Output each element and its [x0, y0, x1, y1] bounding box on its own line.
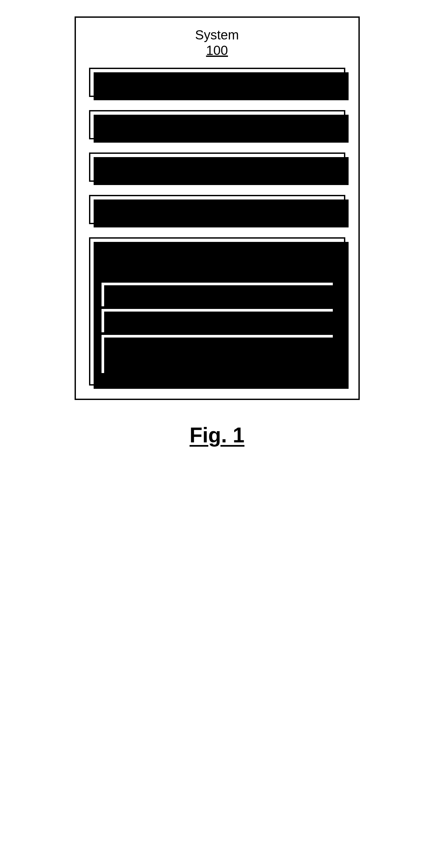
facility-label: Monitoring Facility — [151, 202, 257, 217]
storage-label: Data Storage Facility — [156, 245, 278, 259]
facility-ref: 108 — [261, 202, 283, 217]
system-title: System 100 — [89, 28, 345, 58]
facility-forwarding: Forwarding Facility 106 — [89, 153, 345, 182]
storage-ref: 110 — [100, 260, 334, 275]
facility-ref: 104 — [276, 117, 298, 132]
facility-ui: User Interface Facility 102 — [89, 68, 345, 97]
facility-ref: 102 — [271, 75, 293, 89]
storage-item-label: Path Data — [177, 314, 232, 327]
storage-item-label: Forwarding Data — [159, 287, 251, 301]
figure-caption: Fig. 1 — [190, 423, 244, 447]
facility-ref: 106 — [263, 160, 285, 174]
facility-label: Forwarding Facility — [149, 160, 259, 174]
storage-item-ref: 116 — [247, 354, 268, 368]
storage-item-path-selection-heuristic: Path SelectionHeuristic Data 116 — [100, 334, 334, 374]
storage-title: Data Storage Facility 110 — [100, 245, 334, 275]
storage-item-label: Path SelectionHeuristic Data — [165, 340, 257, 368]
storage-item-ref: 112 — [255, 287, 275, 301]
facility-label: User Interface Facility — [141, 75, 268, 89]
system-ref: 100 — [89, 43, 345, 58]
facility-label: Communication Facility — [136, 117, 272, 132]
data-storage-block: Data Storage Facility 110 Forwarding Dat… — [89, 237, 345, 385]
system-block: System 100 User Interface Facility 102 C… — [74, 17, 360, 400]
facility-monitoring: Monitoring Facility 108 — [89, 195, 345, 224]
system-label: System — [195, 28, 239, 42]
storage-item-path-data: Path Data 114 — [100, 308, 334, 334]
facility-communication: Communication Facility 104 — [89, 110, 345, 140]
storage-item-ref: 114 — [236, 314, 257, 327]
storage-item-forwarding-data: Forwarding Data 112 — [100, 281, 334, 308]
